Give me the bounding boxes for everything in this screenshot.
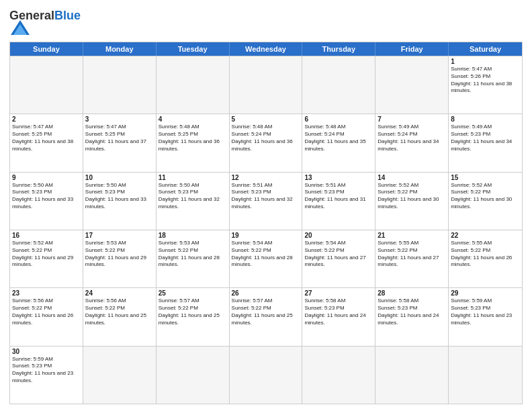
day-number: 8 xyxy=(451,116,520,123)
calendar-header-day: Sunday xyxy=(10,42,83,56)
cell-info: Sunrise: 5:55 AMSunset: 5:22 PMDaylight:… xyxy=(451,240,520,269)
day-number: 30 xyxy=(12,348,81,355)
day-number: 29 xyxy=(451,289,520,297)
calendar-header-day: Friday xyxy=(375,42,449,56)
day-number: 7 xyxy=(378,116,446,123)
day-number: 18 xyxy=(159,232,227,239)
day-number: 19 xyxy=(232,232,300,239)
calendar-week-row: 9Sunrise: 5:50 AMSunset: 5:23 PMDaylight… xyxy=(10,172,522,230)
day-number: 13 xyxy=(304,174,373,181)
calendar-header-day: Tuesday xyxy=(157,42,230,56)
cell-info: Sunrise: 5:47 AMSunset: 5:25 PMDaylight:… xyxy=(12,124,81,152)
cell-info: Sunrise: 5:49 AMSunset: 5:24 PMDaylight:… xyxy=(378,124,446,152)
cell-info: Sunrise: 5:50 AMSunset: 5:23 PMDaylight:… xyxy=(85,182,154,211)
cell-info: Sunrise: 5:56 AMSunset: 5:22 PMDaylight:… xyxy=(12,298,81,326)
cell-info: Sunrise: 5:54 AMSunset: 5:22 PMDaylight:… xyxy=(232,240,300,269)
calendar-cell: 3Sunrise: 5:47 AMSunset: 5:25 PMDaylight… xyxy=(83,114,157,171)
day-number: 3 xyxy=(85,116,154,123)
cell-info: Sunrise: 5:48 AMSunset: 5:25 PMDaylight:… xyxy=(159,124,227,152)
header: GeneralBlue xyxy=(9,7,523,38)
calendar-cell: 13Sunrise: 5:51 AMSunset: 5:23 PMDayligh… xyxy=(302,173,375,230)
day-number: 28 xyxy=(378,289,446,297)
cell-info: Sunrise: 5:53 AMSunset: 5:22 PMDaylight:… xyxy=(159,240,227,269)
calendar-cell xyxy=(375,56,449,113)
calendar-cell: 2Sunrise: 5:47 AMSunset: 5:25 PMDaylight… xyxy=(10,114,83,171)
day-number: 22 xyxy=(451,232,520,239)
calendar-cell: 11Sunrise: 5:50 AMSunset: 5:23 PMDayligh… xyxy=(157,173,230,230)
calendar-week-row: 2Sunrise: 5:47 AMSunset: 5:25 PMDaylight… xyxy=(10,113,522,171)
cell-info: Sunrise: 5:57 AMSunset: 5:22 PMDaylight:… xyxy=(159,298,227,326)
calendar-cell: 29Sunrise: 5:59 AMSunset: 5:23 PMDayligh… xyxy=(449,288,522,345)
logo-icon xyxy=(11,20,30,35)
calendar-cell xyxy=(230,347,303,404)
calendar-header-day: Saturday xyxy=(449,42,522,56)
calendar-cell: 18Sunrise: 5:53 AMSunset: 5:22 PMDayligh… xyxy=(157,230,230,287)
calendar-cell: 10Sunrise: 5:50 AMSunset: 5:23 PMDayligh… xyxy=(83,173,157,230)
day-number: 23 xyxy=(12,289,81,297)
cell-info: Sunrise: 5:51 AMSunset: 5:23 PMDaylight:… xyxy=(232,182,300,211)
cell-info: Sunrise: 5:47 AMSunset: 5:26 PMDaylight:… xyxy=(451,66,520,95)
calendar-cell: 17Sunrise: 5:53 AMSunset: 5:22 PMDayligh… xyxy=(83,230,157,287)
day-number: 1 xyxy=(451,58,520,65)
cell-info: Sunrise: 5:51 AMSunset: 5:23 PMDaylight:… xyxy=(304,182,373,211)
calendar-cell xyxy=(157,56,230,113)
calendar-cell xyxy=(83,347,157,404)
cell-info: Sunrise: 5:52 AMSunset: 5:22 PMDaylight:… xyxy=(378,182,446,211)
calendar-week-row: 16Sunrise: 5:52 AMSunset: 5:22 PMDayligh… xyxy=(10,230,522,287)
cell-info: Sunrise: 5:58 AMSunset: 5:23 PMDaylight:… xyxy=(378,298,446,326)
cell-info: Sunrise: 5:59 AMSunset: 5:23 PMDaylight:… xyxy=(12,356,81,385)
day-number: 25 xyxy=(159,289,227,297)
logo-blue: Blue xyxy=(54,9,81,22)
day-number: 27 xyxy=(304,289,373,297)
calendar-cell: 14Sunrise: 5:52 AMSunset: 5:22 PMDayligh… xyxy=(375,173,449,230)
calendar-cell xyxy=(230,56,303,113)
cell-info: Sunrise: 5:56 AMSunset: 5:22 PMDaylight:… xyxy=(85,298,154,326)
calendar-cell: 6Sunrise: 5:48 AMSunset: 5:24 PMDaylight… xyxy=(302,114,375,171)
calendar-cell xyxy=(157,347,230,404)
page: GeneralBlue SundayMondayTuesdayWednesday… xyxy=(0,0,532,411)
day-number: 6 xyxy=(304,116,373,123)
calendar-cell: 8Sunrise: 5:49 AMSunset: 5:23 PMDaylight… xyxy=(449,114,522,171)
calendar-cell: 24Sunrise: 5:56 AMSunset: 5:22 PMDayligh… xyxy=(83,288,157,345)
logo: GeneralBlue xyxy=(9,9,81,38)
cell-info: Sunrise: 5:53 AMSunset: 5:22 PMDaylight:… xyxy=(85,240,154,269)
calendar-cell: 12Sunrise: 5:51 AMSunset: 5:23 PMDayligh… xyxy=(230,173,303,230)
calendar-cell: 28Sunrise: 5:58 AMSunset: 5:23 PMDayligh… xyxy=(375,288,449,345)
calendar-cell xyxy=(83,56,157,113)
calendar-cell xyxy=(302,56,375,113)
calendar-cell: 7Sunrise: 5:49 AMSunset: 5:24 PMDaylight… xyxy=(375,114,449,171)
calendar-cell xyxy=(449,347,522,404)
calendar-cell: 23Sunrise: 5:56 AMSunset: 5:22 PMDayligh… xyxy=(10,288,83,345)
day-number: 2 xyxy=(12,116,81,123)
day-number: 14 xyxy=(378,174,446,181)
day-number: 20 xyxy=(304,232,373,239)
day-number: 10 xyxy=(85,174,154,181)
cell-info: Sunrise: 5:49 AMSunset: 5:23 PMDaylight:… xyxy=(451,124,520,152)
calendar-week-row: 1Sunrise: 5:47 AMSunset: 5:26 PMDaylight… xyxy=(10,56,522,113)
calendar-cell: 4Sunrise: 5:48 AMSunset: 5:25 PMDaylight… xyxy=(157,114,230,171)
calendar-cell: 21Sunrise: 5:55 AMSunset: 5:22 PMDayligh… xyxy=(375,230,449,287)
cell-info: Sunrise: 5:50 AMSunset: 5:23 PMDaylight:… xyxy=(12,182,81,211)
calendar-cell: 30Sunrise: 5:59 AMSunset: 5:23 PMDayligh… xyxy=(10,347,83,404)
calendar-cell xyxy=(10,56,83,113)
calendar-body: 1Sunrise: 5:47 AMSunset: 5:26 PMDaylight… xyxy=(10,56,522,404)
calendar-week-row: 30Sunrise: 5:59 AMSunset: 5:23 PMDayligh… xyxy=(10,346,522,404)
day-number: 24 xyxy=(85,289,154,297)
calendar-cell xyxy=(375,347,449,404)
day-number: 12 xyxy=(232,174,300,181)
calendar-cell: 22Sunrise: 5:55 AMSunset: 5:22 PMDayligh… xyxy=(449,230,522,287)
day-number: 15 xyxy=(451,174,520,181)
calendar-cell: 1Sunrise: 5:47 AMSunset: 5:26 PMDaylight… xyxy=(449,56,522,113)
cell-info: Sunrise: 5:58 AMSunset: 5:23 PMDaylight:… xyxy=(304,298,373,326)
calendar-cell: 25Sunrise: 5:57 AMSunset: 5:22 PMDayligh… xyxy=(157,288,230,345)
cell-info: Sunrise: 5:50 AMSunset: 5:23 PMDaylight:… xyxy=(159,182,227,211)
day-number: 21 xyxy=(378,232,446,239)
calendar-cell: 26Sunrise: 5:57 AMSunset: 5:22 PMDayligh… xyxy=(230,288,303,345)
calendar-cell: 20Sunrise: 5:54 AMSunset: 5:22 PMDayligh… xyxy=(302,230,375,287)
cell-info: Sunrise: 5:55 AMSunset: 5:22 PMDaylight:… xyxy=(378,240,446,269)
cell-info: Sunrise: 5:48 AMSunset: 5:24 PMDaylight:… xyxy=(304,124,373,152)
day-number: 4 xyxy=(159,116,227,123)
cell-info: Sunrise: 5:54 AMSunset: 5:22 PMDaylight:… xyxy=(304,240,373,269)
day-number: 16 xyxy=(12,232,81,239)
calendar-cell: 16Sunrise: 5:52 AMSunset: 5:22 PMDayligh… xyxy=(10,230,83,287)
